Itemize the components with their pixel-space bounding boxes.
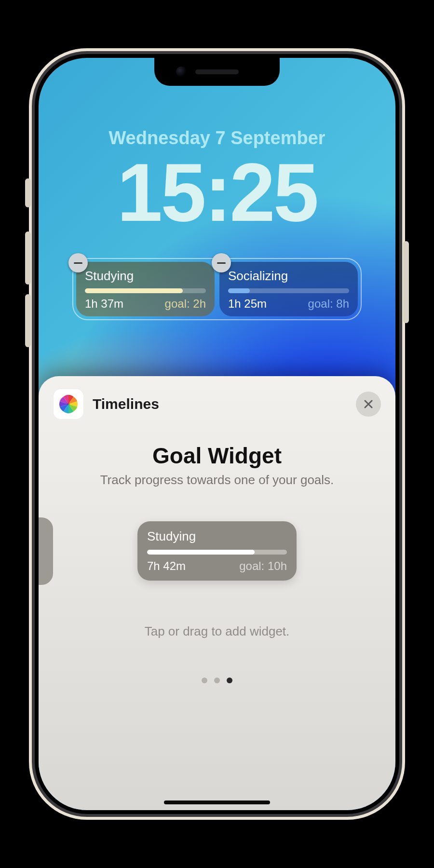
progress-fill bbox=[228, 288, 250, 293]
elapsed-time: 1h 25m bbox=[228, 297, 267, 311]
lock-widget-title: Socializing bbox=[228, 269, 349, 284]
widget-picker-sheet: Timelines Goal Widget Track progress tow… bbox=[39, 376, 395, 810]
sheet-header: Timelines bbox=[53, 389, 381, 420]
front-camera-icon bbox=[176, 67, 187, 77]
home-indicator[interactable] bbox=[164, 800, 270, 804]
close-icon bbox=[363, 398, 374, 410]
remove-widget-button[interactable] bbox=[212, 253, 231, 272]
lock-screen-time[interactable]: 15:25 bbox=[39, 151, 395, 233]
app-icon bbox=[53, 389, 84, 420]
remove-widget-button[interactable] bbox=[68, 253, 88, 272]
lock-screen-widget-row[interactable]: Studying 1h 37m goal: 2h Socializing 1h … bbox=[72, 258, 362, 320]
goal-label: goal: 10h bbox=[239, 559, 287, 573]
progress-fill bbox=[85, 288, 183, 293]
silence-switch[interactable] bbox=[25, 178, 31, 207]
lock-widget-title: Studying bbox=[85, 269, 206, 284]
notch bbox=[154, 58, 280, 86]
widget-preview[interactable]: Studying 7h 42m goal: 10h bbox=[137, 521, 297, 581]
previous-widget-peek[interactable] bbox=[39, 517, 53, 585]
progress-fill bbox=[147, 550, 255, 555]
progress-bar bbox=[85, 288, 206, 293]
app-name: Timelines bbox=[93, 396, 159, 412]
sheet-hint: Tap or drag to add widget. bbox=[145, 624, 290, 639]
volume-up-button[interactable] bbox=[25, 231, 31, 285]
elapsed-time: 1h 37m bbox=[85, 297, 123, 311]
progress-bar bbox=[147, 550, 287, 555]
lock-screen-date[interactable]: Wednesday 7 September bbox=[39, 128, 395, 149]
screen: Wednesday 7 September 15:25 Studying 1h … bbox=[39, 58, 395, 810]
page-dot[interactable] bbox=[202, 678, 207, 683]
lock-widget-studying[interactable]: Studying 1h 37m goal: 2h bbox=[76, 262, 215, 316]
sheet-subtitle: Track progress towards one of your goals… bbox=[95, 473, 339, 488]
page-indicator[interactable] bbox=[202, 678, 232, 683]
sheet-title: Goal Widget bbox=[152, 443, 282, 469]
power-button[interactable] bbox=[403, 241, 409, 323]
progress-bar bbox=[228, 288, 349, 293]
phone-frame: Wednesday 7 September 15:25 Studying 1h … bbox=[29, 48, 405, 820]
page-dot[interactable] bbox=[214, 678, 220, 683]
earpiece-speaker-icon bbox=[195, 69, 239, 74]
preview-title: Studying bbox=[147, 529, 287, 544]
goal-label: goal: 8h bbox=[308, 297, 349, 311]
lock-widget-socializing[interactable]: Socializing 1h 25m goal: 8h bbox=[219, 262, 358, 316]
goal-label: goal: 2h bbox=[165, 297, 206, 311]
volume-down-button[interactable] bbox=[25, 294, 31, 347]
color-wheel-icon bbox=[57, 393, 80, 415]
widget-preview-carousel[interactable]: Studying 7h 42m goal: 10h bbox=[53, 521, 381, 581]
close-button[interactable] bbox=[356, 392, 381, 417]
elapsed-time: 7h 42m bbox=[147, 559, 186, 573]
page-dot[interactable] bbox=[227, 678, 232, 683]
